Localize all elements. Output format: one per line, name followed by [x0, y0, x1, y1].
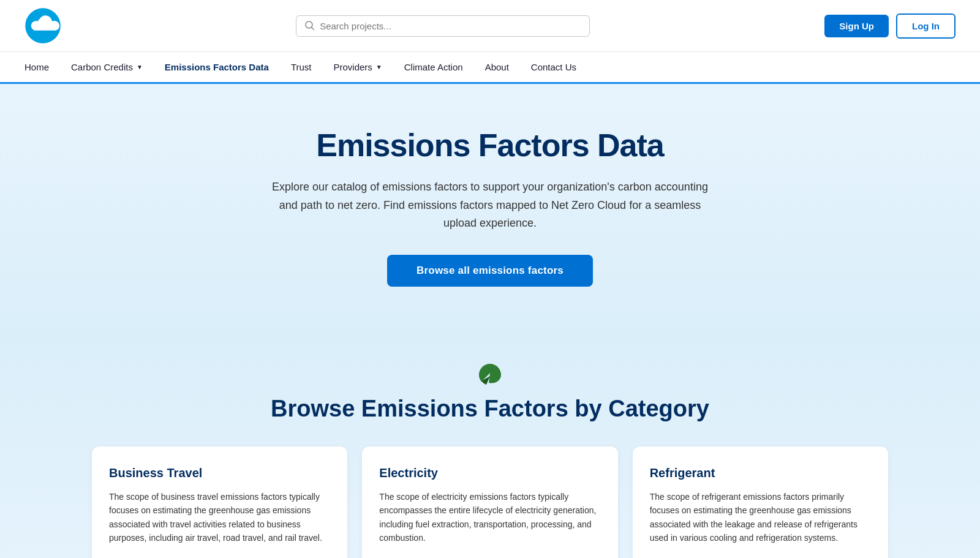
card-title-business-travel: Business Travel [109, 466, 330, 480]
hero-section: Emissions Factors Data Explore our catal… [0, 84, 980, 336]
category-card-refrigerant: Refrigerant The scope of refrigerant emi… [633, 447, 888, 558]
signup-button[interactable]: Sign Up [824, 15, 889, 37]
card-desc-refrigerant: The scope of refrigerant emissions facto… [650, 490, 871, 545]
leaf-icon [475, 360, 505, 390]
nav-label-providers: Providers [334, 62, 372, 72]
nav-item-carbon-credits[interactable]: Carbon Credits ▼ [71, 52, 143, 82]
search-icon [305, 21, 315, 31]
logo-container [24, 7, 61, 44]
category-cards-grid: Business Travel The scope of business tr… [92, 447, 888, 558]
search-container [296, 15, 590, 37]
site-header: Sign Up Log In [0, 0, 980, 52]
nav-item-contact[interactable]: Contact Us [531, 52, 576, 82]
browse-emissions-button[interactable]: Browse all emissions factors [387, 255, 593, 287]
main-nav: Home Carbon Credits ▼ Emissions Factors … [0, 52, 980, 84]
nav-item-providers[interactable]: Providers ▼ [334, 52, 382, 82]
card-desc-business-travel: The scope of business travel emissions f… [109, 490, 330, 545]
hero-title: Emissions Factors Data [24, 127, 956, 164]
hero-description: Explore our catalog of emissions factors… [270, 178, 710, 233]
nav-item-about[interactable]: About [485, 52, 509, 82]
category-card-electricity: Electricity The scope of electricity emi… [362, 447, 617, 558]
nav-item-emissions-factors[interactable]: Emissions Factors Data [165, 52, 269, 84]
card-title-electricity: Electricity [379, 466, 600, 480]
nav-item-trust[interactable]: Trust [291, 52, 312, 82]
card-desc-electricity: The scope of electricity emissions facto… [379, 490, 600, 545]
chevron-down-icon-providers: ▼ [376, 64, 382, 70]
category-card-business-travel: Business Travel The scope of business tr… [92, 447, 347, 558]
nav-item-home[interactable]: Home [24, 52, 49, 82]
nav-item-climate-action[interactable]: Climate Action [404, 52, 463, 82]
login-button[interactable]: Log In [896, 13, 956, 39]
category-section: Browse Emissions Factors by Category Bus… [0, 336, 980, 558]
svg-line-2 [312, 28, 314, 30]
card-title-refrigerant: Refrigerant [650, 466, 871, 480]
search-input[interactable] [320, 21, 581, 31]
category-section-title: Browse Emissions Factors by Category [24, 396, 956, 422]
chevron-down-icon: ▼ [137, 64, 143, 70]
header-actions: Sign Up Log In [824, 13, 956, 39]
nav-label-carbon-credits: Carbon Credits [71, 62, 133, 72]
salesforce-logo-icon [24, 7, 61, 44]
